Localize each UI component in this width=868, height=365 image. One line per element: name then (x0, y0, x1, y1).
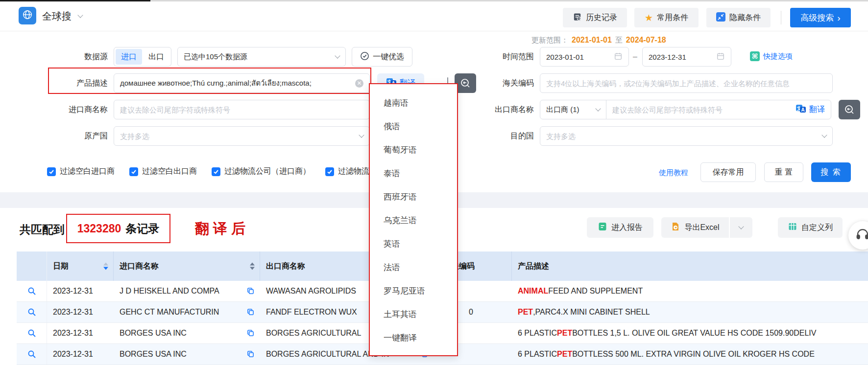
translate-menu-item[interactable]: 越南语 (370, 91, 457, 114)
chevron-down-icon (738, 224, 744, 229)
cell-search (17, 302, 47, 322)
tutorial-link[interactable]: 使用教程 (659, 168, 688, 178)
header-cell-blank (17, 251, 47, 281)
enter-report-button[interactable]: 进入报告 (587, 217, 653, 238)
topbar-divider (781, 11, 781, 24)
exporter-type-select[interactable]: 出口商 (1) (540, 100, 606, 119)
row-search-icon[interactable] (27, 329, 36, 338)
filter-checkbox[interactable]: 过滤物流公司（进口商） (212, 166, 311, 177)
translate-menu-item[interactable]: 一键翻译 (370, 326, 457, 349)
command-icon: ⌘ (750, 51, 760, 61)
product-desc-field: ✕ (114, 73, 370, 93)
clear-icon[interactable]: ✕ (355, 79, 363, 88)
synonym-search-icon[interactable] (839, 100, 860, 119)
cell-search (17, 344, 47, 365)
date-from-field[interactable]: 2023-01-01 (540, 47, 629, 67)
translate-menu-item[interactable]: 土耳其语 (370, 302, 457, 326)
cell-search (17, 323, 47, 343)
cell-date: 2023-12-31 (47, 281, 114, 301)
cell-date: 2023-12-31 (47, 323, 114, 343)
cell-importer: BORGES USA INC (114, 344, 260, 365)
tab-export[interactable]: 出口 (143, 49, 169, 65)
row-search-icon[interactable] (27, 308, 36, 317)
match-count-prefix: 共匹配到 (20, 222, 65, 237)
translate-menu-item[interactable]: 乌克兰语 (370, 208, 457, 232)
app-title[interactable]: 全球搜 (42, 10, 72, 23)
date-to-field[interactable]: 2023-12-31 (642, 47, 731, 67)
row-search-icon[interactable] (27, 287, 36, 296)
filter-checkbox[interactable]: 过滤空白进口商 (47, 166, 115, 177)
exporter-input[interactable] (612, 106, 792, 114)
checkbox-checked-icon[interactable] (47, 167, 56, 176)
hide-conditions-button[interactable]: 隐藏条件 (706, 8, 771, 27)
translate-menu-item[interactable]: 泰语 (370, 161, 457, 185)
product-desc-input[interactable] (120, 79, 351, 88)
search-button[interactable]: 搜 索 (811, 162, 851, 182)
star-icon: ★ (645, 13, 653, 23)
translate-menu-item[interactable]: 罗马尼亚语 (370, 279, 457, 302)
support-headset-button[interactable] (848, 221, 868, 250)
translate-menu-item[interactable]: 法语 (370, 255, 457, 279)
tab-import[interactable]: 进口 (116, 49, 142, 65)
hs-code-label: 海关编码 (495, 78, 534, 89)
hs-code-field (540, 73, 833, 93)
checkbox-checked-icon[interactable] (129, 167, 138, 176)
importer-field (114, 100, 370, 119)
checkbox-checked-icon[interactable] (325, 167, 334, 176)
header-cell-importer[interactable]: 进口商名称 (114, 251, 260, 281)
calendar-icon[interactable] (716, 52, 725, 62)
arrow-right-icon: › (837, 13, 840, 23)
headset-icon (855, 227, 868, 244)
dest-country-input[interactable] (546, 132, 819, 140)
sort-importer-icon[interactable] (250, 263, 255, 270)
copy-icon[interactable] (247, 329, 254, 339)
origin-country-input[interactable] (120, 132, 356, 140)
translate-menu-item[interactable]: 西班牙语 (370, 185, 457, 208)
highlighted-keyword: PET (557, 350, 572, 359)
copy-icon[interactable] (247, 308, 254, 318)
cell-importer: BORGES USA INC (114, 323, 260, 343)
translate-menu-item[interactable]: 俄语 (370, 114, 457, 138)
translate-icon: 文A (796, 103, 806, 116)
row-search-icon[interactable] (27, 350, 36, 359)
quick-options-button[interactable]: ⌘ 快捷选项 (750, 51, 793, 61)
checkbox-checked-icon[interactable] (212, 167, 220, 176)
filter-checkbox[interactable]: 过滤空白出口商 (129, 166, 197, 177)
history-button[interactable]: 历史记录 (563, 8, 627, 27)
time-range-label: 时间范围 (495, 52, 534, 62)
translate-menu-item[interactable]: 英语 (370, 232, 457, 255)
history-icon (573, 12, 582, 23)
quick-pick-button[interactable]: 一键优选 (352, 47, 412, 67)
cell-product-desc: ANIMAL FEED AND SUPPLEMENT (512, 281, 868, 301)
cell-date: 2023-12-31 (47, 302, 114, 322)
export-excel-button[interactable]: 导出Excel (661, 217, 729, 238)
calendar-icon[interactable] (614, 52, 623, 62)
export-icon (671, 222, 680, 233)
reset-button[interactable]: 重 置 (764, 162, 803, 182)
cell-date: 2023-12-31 (47, 344, 114, 365)
globe-icon (22, 9, 33, 22)
importer-input[interactable] (120, 106, 363, 114)
highlighted-keyword: ANIMAL (518, 287, 548, 296)
header-cell-date[interactable]: 日期 (47, 251, 114, 281)
highlighted-keyword: PET (557, 329, 572, 338)
save-conditions-button[interactable]: 保存常用 (700, 162, 756, 182)
origin-country-field[interactable] (114, 126, 370, 146)
advanced-search-button[interactable]: 高级搜索 › (790, 8, 851, 27)
exporter-translate-button[interactable]: 文A 翻译 (796, 103, 825, 116)
hs-code-input[interactable] (546, 79, 826, 88)
match-count-suffix: 条记录 (125, 221, 159, 236)
datasource-select[interactable]: 已选中105个数据源 (177, 47, 346, 67)
cell-product-desc: 6 PLASTIC PET BOTTLES 1,5 L. OLIVE OIL G… (512, 323, 868, 343)
export-options-dropdown[interactable] (730, 217, 752, 238)
cell-importer: J D HEISKELL AND COMPA (114, 281, 260, 301)
translate-menu-item[interactable]: 葡萄牙语 (370, 138, 457, 161)
chevron-down-icon (359, 132, 364, 137)
match-count-number: 1323280 (77, 222, 121, 235)
dest-country-field[interactable] (540, 126, 833, 146)
sort-date-icon[interactable] (103, 263, 108, 270)
copy-icon[interactable] (247, 287, 254, 297)
copy-icon[interactable] (247, 350, 254, 360)
custom-columns-button[interactable]: 自定义列 (778, 217, 843, 238)
favorites-button[interactable]: ★ 常用条件 (634, 8, 699, 27)
